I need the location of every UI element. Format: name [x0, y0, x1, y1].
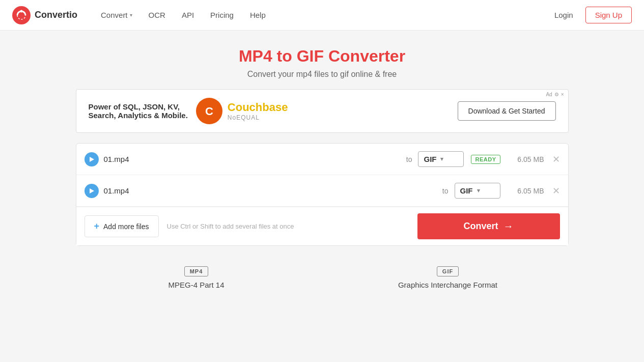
chevron-down-icon-2: ▾: [477, 187, 480, 194]
nav-ocr[interactable]: OCR: [142, 7, 173, 23]
nav-help[interactable]: Help: [243, 7, 273, 23]
info-section: MP4 MPEG-4 Part 14 GIF Graphics Intercha…: [76, 246, 569, 299]
gif-title: Graphics Interchange Format: [327, 281, 569, 289]
ad-label: Ad ⚙ ×: [546, 92, 564, 97]
file-name-2: 01.mp4: [104, 186, 436, 195]
ad-logo-box: C Couchbase NoEQUAL: [196, 98, 288, 124]
svg-point-1: [20, 10, 23, 12]
convert-label: Convert: [463, 221, 498, 232]
signup-button[interactable]: Sign Up: [585, 7, 632, 23]
navbar: Convertio Convert ▾ OCR API Pricing Help…: [0, 0, 644, 31]
svg-point-0: [12, 6, 31, 24]
ad-settings-icon: ⚙: [554, 92, 559, 97]
plus-icon: +: [94, 221, 100, 232]
close-file-2[interactable]: ✕: [552, 186, 560, 196]
format-dropdown-1[interactable]: GIF ▾: [418, 151, 464, 167]
file-size-2: 6.05 MB: [509, 187, 544, 195]
info-card-gif: GIF Graphics Interchange Format: [327, 266, 569, 289]
play-button-1[interactable]: [85, 152, 99, 166]
main-content: MP4 to GIF Converter Convert your mp4 fi…: [68, 31, 577, 299]
login-button[interactable]: Login: [548, 7, 579, 23]
chevron-down-icon: ▾: [440, 156, 443, 162]
nav-convert[interactable]: Convert ▾: [94, 7, 139, 23]
nav-api[interactable]: API: [175, 7, 201, 23]
format-value-2: GIF: [460, 186, 473, 195]
to-label-1: to: [406, 155, 412, 163]
close-file-1[interactable]: ✕: [552, 155, 560, 164]
svg-marker-5: [90, 188, 94, 193]
add-files-label: Add more files: [103, 222, 149, 231]
play-button-2[interactable]: [85, 184, 99, 198]
ad-cta-button[interactable]: Download & Get Started: [458, 101, 556, 121]
page-subtitle: Convert your mp4 files to gif online & f…: [76, 70, 569, 79]
ad-text: Power of SQL, JSON, KV, Search, Analytic…: [89, 102, 188, 120]
ad-close-icon[interactable]: ×: [561, 92, 564, 97]
file-name-1: 01.mp4: [104, 155, 400, 163]
logo-icon: [12, 6, 31, 24]
auth-area: Login Sign Up: [548, 7, 632, 23]
file-row-2: 01.mp4 to GIF ▾ 6.05 MB ✕: [76, 175, 568, 207]
info-card-mp4: MP4 MPEG-4 Part 14: [76, 266, 317, 289]
file-size-1: 6.05 MB: [509, 155, 544, 163]
bottom-bar: + Add more files Use Ctrl or Shift to ad…: [76, 207, 568, 245]
page-title: MP4 to GIF Converter: [76, 47, 569, 66]
ad-banner: Ad ⚙ × Power of SQL, JSON, KV, Search, A…: [76, 89, 569, 133]
mp4-badge: MP4: [184, 266, 209, 276]
mp4-title: MPEG-4 Part 14: [76, 281, 317, 289]
couchbase-icon: C: [196, 98, 222, 124]
couchbase-tagline: NoEQUAL: [228, 114, 288, 121]
convert-chevron-icon: ▾: [130, 12, 132, 18]
ready-badge-1: READY: [471, 155, 500, 164]
converter-box: 01.mp4 to GIF ▾ READY 6.05 MB ✕ 01.mp4 t…: [76, 143, 569, 246]
logo-text: Convertio: [35, 10, 77, 20]
add-files-button[interactable]: + Add more files: [85, 215, 159, 237]
convert-arrow-icon: →: [503, 220, 514, 232]
format-dropdown-2[interactable]: GIF ▾: [455, 183, 500, 199]
convert-button[interactable]: Convert →: [417, 213, 560, 239]
nav-pricing[interactable]: Pricing: [203, 7, 241, 23]
to-label-2: to: [442, 187, 449, 195]
logo-link[interactable]: Convertio: [12, 6, 77, 24]
nav-links: Convert ▾ OCR API Pricing Help: [94, 7, 548, 23]
file-row: 01.mp4 to GIF ▾ READY 6.05 MB ✕: [76, 144, 568, 175]
gif-badge: GIF: [437, 266, 459, 276]
svg-text:C: C: [205, 105, 213, 118]
format-value-1: GIF: [424, 155, 436, 163]
couchbase-brand: Couchbase: [228, 101, 288, 114]
ad-left: Power of SQL, JSON, KV, Search, Analytic…: [89, 98, 288, 124]
svg-marker-4: [90, 157, 94, 162]
hint-text: Use Ctrl or Shift to add several files a…: [167, 222, 409, 230]
